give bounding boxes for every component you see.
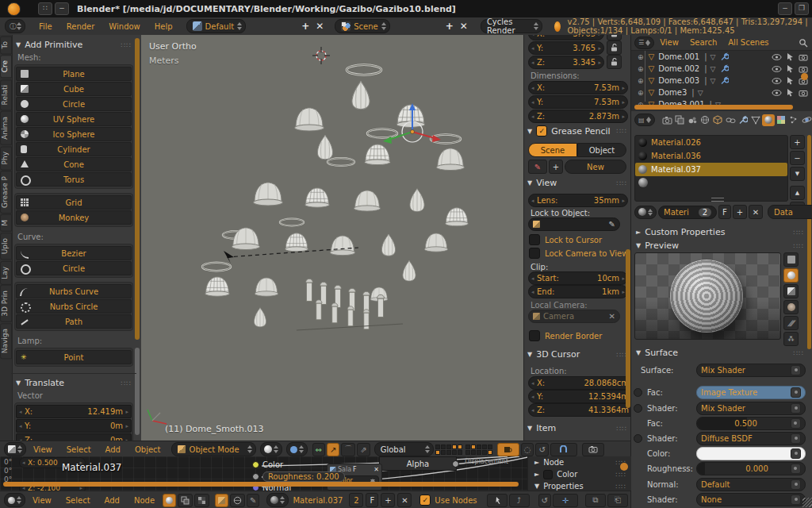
node-view-menu[interactable]: View [25,496,59,505]
window-grip-button[interactable]: ∷ [38,2,52,15]
corner-resize-grip[interactable] [802,498,812,507]
node-unlink-material-button[interactable]: ✕ [397,493,412,507]
node-socket-icon[interactable] [791,495,801,505]
compositing-nodes-button[interactable] [178,494,193,507]
fac-slider[interactable]: 0.500 [696,417,806,430]
restore-button[interactable]: ❐ [795,2,809,15]
node-socket-icon[interactable] [791,365,801,375]
outliner-row[interactable]: ⊕ ▽ Dome3 |▽ [631,87,812,98]
add-torus-button[interactable]: Torus [16,172,132,187]
screen-layout-selector[interactable]: Default [186,19,247,33]
add-menu[interactable]: Add [98,445,128,454]
preview-hair-button[interactable]: ⁄⁄⁄ [783,316,799,330]
selectability-cursor-icon[interactable] [787,88,794,97]
lock-to-scene-button[interactable] [497,443,519,456]
add-layout-button[interactable]: + [298,21,312,32]
renderability-camera-icon[interactable] [799,53,808,61]
tab-3d-printing[interactable]: 3D Prin [0,285,12,322]
constraints-tab[interactable] [724,114,737,126]
parent-node-tree-button[interactable]: ⤴ [509,494,530,507]
eyedropper-icon[interactable]: ✎ [609,220,615,229]
shader1-dropdown[interactable]: Mix Shader [696,402,806,415]
node-users-count[interactable]: 2 [349,493,363,507]
add-monkey-button[interactable]: Monkey [16,210,132,225]
node-select-menu[interactable]: Select [59,496,98,505]
linestyle-shader-button[interactable]: ✎ [247,494,259,507]
material-specials-button[interactable]: ▼ [790,167,805,181]
lock-to-object-field[interactable]: ✎ [528,217,620,231]
node-panel-header[interactable]: ►Node∷∷ [528,456,631,468]
outliner-display-mode[interactable]: All Scenes [722,38,774,47]
list-resize-grip[interactable] [711,198,724,202]
lock-x-button[interactable] [607,35,622,40]
gp-object-tab[interactable]: Object [577,143,626,157]
search-icon[interactable] [799,38,808,48]
local-camera-field[interactable]: Camera ✕ [528,310,620,323]
scene-selector[interactable]: Scene [335,19,390,33]
menu-window[interactable]: Window [102,22,147,31]
preview-sphere-button[interactable] [783,268,799,283]
color-panel-header[interactable]: ►Color∷∷ [528,468,631,480]
color-panel-checkbox[interactable] [543,470,553,479]
scale-manipulator-button[interactable]: ⇗ [357,443,370,456]
selectability-cursor-icon[interactable] [787,64,794,73]
properties-scrollbar[interactable] [807,135,811,349]
clear-camera-button[interactable]: ✕ [609,312,615,321]
outliner-view-menu[interactable]: View [654,38,684,47]
item-panel-header[interactable]: ▼Item∷∷ [527,423,627,433]
add-circle-button[interactable]: Circle [16,97,132,111]
material-name-field[interactable]: Materi2 [658,206,717,219]
gp-add-layer-button[interactable]: + [549,160,563,174]
material-slot[interactable]: Material.036 [635,149,787,163]
object-tab[interactable] [711,114,724,126]
preview-cube-button[interactable] [783,284,799,298]
transform-y-field[interactable]: Y:3.765 [528,41,604,55]
outliner-row[interactable]: ⊕ ▽ Dome.003 |▽ [631,75,812,87]
node-material-name[interactable]: Material.037 [293,496,343,505]
add-curve-circle-button[interactable]: Circle [16,261,132,275]
node-socket-icon[interactable] [791,403,801,414]
outliner-row[interactable]: ⊕ ▽ Dome.002 |▽ [631,63,812,75]
node-fake-user-button[interactable]: F [366,493,378,507]
material-slot-selected[interactable]: Material.037 [635,163,787,176]
material-tab[interactable] [762,114,775,126]
editor-type-info-button[interactable]: ⓘ [5,19,25,33]
add-grid-button[interactable]: Grid [16,195,132,210]
scene-tab[interactable] [686,114,699,126]
add-point-lamp-button[interactable]: ✳Point [16,350,132,364]
data-tab[interactable] [749,114,762,126]
texture-tab[interactable] [775,114,787,126]
outliner-search-menu[interactable]: Search [684,38,722,47]
rotate-manipulator-button[interactable]: ⌒ [341,443,355,456]
surface-panel-header[interactable]: ▼Surface∷∷ [636,348,804,358]
translate-manipulator-button[interactable]: ↗ [327,443,339,456]
image-fake-user-button[interactable]: F [353,466,357,473]
preview-flat-button[interactable] [783,252,799,267]
manipulator-toggle-button[interactable]: ⇔ [312,443,325,456]
render-tab[interactable] [661,114,674,126]
roughness-slider[interactable]: 0.000 [696,462,806,475]
lock-to-cursor-checkbox[interactable] [529,234,540,245]
dim-y-field[interactable]: Y:7.53m [528,95,628,109]
add-material-slot-button[interactable]: + [790,135,805,149]
transform-x-field[interactable]: X:3.765 [528,35,604,40]
node-socket-icon[interactable] [791,448,801,459]
node-snap-rotate-button[interactable]: ↺ [538,494,551,507]
texture-nodes-button[interactable] [194,494,209,507]
view-panel-header[interactable]: ▼View∷∷ [527,178,627,188]
add-nurbs-curve-button[interactable]: Nurbs Curve [16,284,132,298]
move-slot-up-button[interactable]: ▲ [790,186,805,200]
add-nurbs-circle-button[interactable]: Nurbs Circle [16,299,132,314]
dim-z-field[interactable]: Z:2.873m [528,110,628,123]
outliner-h-scrollbar[interactable] [634,105,793,110]
add-scene-button[interactable]: + [442,21,457,32]
color-input-socket[interactable]: Color [252,460,283,469]
grease-pencil-panel-header[interactable]: ▼ Grease Pencil∷∷ [527,125,627,137]
gp-new-button[interactable]: New [565,160,626,174]
menu-help[interactable]: Help [147,22,180,31]
gp-scene-tab[interactable]: Scene [528,143,577,157]
browse-node-material-button[interactable] [266,493,289,507]
snap-selector[interactable] [550,443,577,456]
panel-grip-icon[interactable]: ∷∷ [121,41,132,49]
snap-rotate-button[interactable]: ↺ [535,443,548,456]
